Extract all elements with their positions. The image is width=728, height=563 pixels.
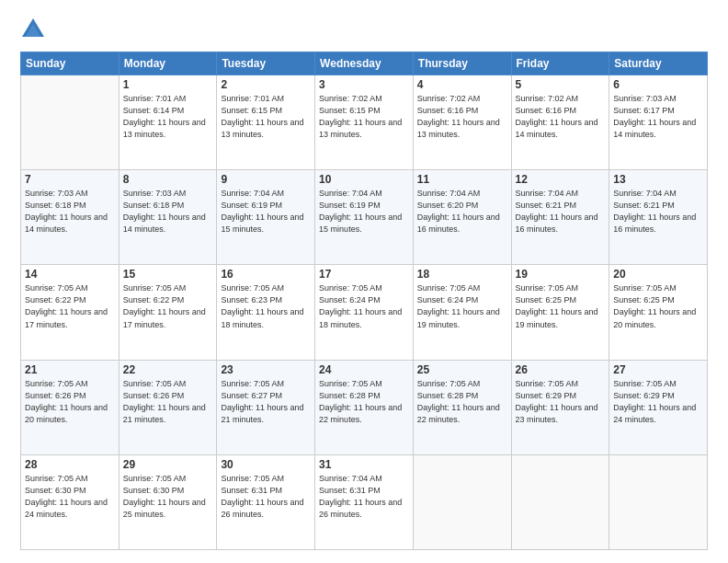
col-header-tuesday: Tuesday (217, 52, 315, 75)
day-info: Sunrise: 7:03 AM Sunset: 6:18 PM Dayligh… (123, 188, 213, 236)
day-number: 26 (516, 363, 606, 376)
day-number: 18 (417, 268, 507, 281)
col-header-saturday: Saturday (609, 52, 708, 75)
day-number: 21 (25, 363, 115, 376)
day-info: Sunrise: 7:04 AM Sunset: 6:20 PM Dayligh… (417, 188, 507, 236)
day-info: Sunrise: 7:03 AM Sunset: 6:17 PM Dayligh… (613, 93, 703, 141)
day-cell (413, 454, 511, 549)
day-info: Sunrise: 7:05 AM Sunset: 6:26 PM Dayligh… (123, 378, 213, 426)
day-number: 11 (417, 173, 507, 186)
day-info: Sunrise: 7:05 AM Sunset: 6:24 PM Dayligh… (319, 282, 409, 330)
day-cell: 13Sunrise: 7:04 AM Sunset: 6:21 PM Dayli… (609, 170, 708, 265)
day-number: 19 (516, 268, 606, 281)
header (20, 17, 708, 42)
day-info: Sunrise: 7:05 AM Sunset: 6:22 PM Dayligh… (25, 282, 115, 330)
day-cell: 8Sunrise: 7:03 AM Sunset: 6:18 PM Daylig… (119, 170, 217, 265)
day-info: Sunrise: 7:05 AM Sunset: 6:28 PM Dayligh… (319, 378, 409, 426)
day-number: 22 (123, 363, 213, 376)
day-number: 5 (516, 78, 606, 91)
col-header-monday: Monday (119, 52, 217, 75)
day-info: Sunrise: 7:02 AM Sunset: 6:16 PM Dayligh… (417, 93, 507, 141)
logo-icon (20, 17, 46, 42)
day-cell: 29Sunrise: 7:05 AM Sunset: 6:30 PM Dayli… (119, 454, 217, 549)
week-row-3: 14Sunrise: 7:05 AM Sunset: 6:22 PM Dayli… (21, 265, 708, 360)
day-info: Sunrise: 7:05 AM Sunset: 6:25 PM Dayligh… (516, 282, 606, 330)
day-number: 3 (319, 78, 409, 91)
week-row-5: 28Sunrise: 7:05 AM Sunset: 6:30 PM Dayli… (21, 454, 708, 549)
day-number: 9 (221, 173, 311, 186)
day-cell: 23Sunrise: 7:05 AM Sunset: 6:27 PM Dayli… (217, 360, 315, 454)
day-info: Sunrise: 7:04 AM Sunset: 6:19 PM Dayligh… (221, 188, 311, 236)
day-number: 25 (417, 363, 507, 376)
day-number: 13 (613, 173, 703, 186)
calendar: SundayMondayTuesdayWednesdayThursdayFrid… (20, 52, 708, 550)
day-number: 4 (417, 78, 507, 91)
day-info: Sunrise: 7:04 AM Sunset: 6:19 PM Dayligh… (319, 188, 409, 236)
week-row-1: 1Sunrise: 7:01 AM Sunset: 6:14 PM Daylig… (21, 75, 708, 170)
day-info: Sunrise: 7:02 AM Sunset: 6:16 PM Dayligh… (516, 93, 606, 141)
day-info: Sunrise: 7:05 AM Sunset: 6:28 PM Dayligh… (417, 378, 507, 426)
day-cell: 6Sunrise: 7:03 AM Sunset: 6:17 PM Daylig… (609, 75, 708, 170)
day-info: Sunrise: 7:05 AM Sunset: 6:30 PM Dayligh… (123, 473, 213, 521)
day-cell: 28Sunrise: 7:05 AM Sunset: 6:30 PM Dayli… (21, 454, 119, 549)
day-cell: 20Sunrise: 7:05 AM Sunset: 6:25 PM Dayli… (609, 265, 708, 360)
day-number: 2 (221, 78, 311, 91)
day-info: Sunrise: 7:04 AM Sunset: 6:21 PM Dayligh… (613, 188, 703, 236)
day-number: 1 (123, 78, 213, 91)
day-cell: 16Sunrise: 7:05 AM Sunset: 6:23 PM Dayli… (217, 265, 315, 360)
day-number: 8 (123, 173, 213, 186)
day-number: 17 (319, 268, 409, 281)
day-info: Sunrise: 7:02 AM Sunset: 6:15 PM Dayligh… (319, 93, 409, 141)
day-cell: 30Sunrise: 7:05 AM Sunset: 6:31 PM Dayli… (217, 454, 315, 549)
day-number: 15 (123, 268, 213, 281)
day-number: 29 (123, 458, 213, 471)
day-cell: 3Sunrise: 7:02 AM Sunset: 6:15 PM Daylig… (315, 75, 414, 170)
day-cell (21, 75, 119, 170)
day-number: 16 (221, 268, 311, 281)
day-cell: 19Sunrise: 7:05 AM Sunset: 6:25 PM Dayli… (511, 265, 609, 360)
day-number: 20 (613, 268, 703, 281)
day-cell: 9Sunrise: 7:04 AM Sunset: 6:19 PM Daylig… (217, 170, 315, 265)
day-cell: 22Sunrise: 7:05 AM Sunset: 6:26 PM Dayli… (119, 360, 217, 454)
week-row-2: 7Sunrise: 7:03 AM Sunset: 6:18 PM Daylig… (21, 170, 708, 265)
day-info: Sunrise: 7:05 AM Sunset: 6:27 PM Dayligh… (221, 378, 311, 426)
col-header-wednesday: Wednesday (315, 52, 414, 75)
day-cell: 27Sunrise: 7:05 AM Sunset: 6:29 PM Dayli… (609, 360, 708, 454)
day-number: 14 (25, 268, 115, 281)
day-cell: 14Sunrise: 7:05 AM Sunset: 6:22 PM Dayli… (21, 265, 119, 360)
day-info: Sunrise: 7:05 AM Sunset: 6:25 PM Dayligh… (613, 282, 703, 330)
col-header-thursday: Thursday (413, 52, 511, 75)
day-number: 7 (25, 173, 115, 186)
day-info: Sunrise: 7:05 AM Sunset: 6:30 PM Dayligh… (25, 473, 115, 521)
day-cell: 1Sunrise: 7:01 AM Sunset: 6:14 PM Daylig… (119, 75, 217, 170)
day-info: Sunrise: 7:01 AM Sunset: 6:15 PM Dayligh… (221, 93, 311, 141)
day-info: Sunrise: 7:05 AM Sunset: 6:29 PM Dayligh… (516, 378, 606, 426)
day-info: Sunrise: 7:05 AM Sunset: 6:23 PM Dayligh… (221, 282, 311, 330)
day-cell: 24Sunrise: 7:05 AM Sunset: 6:28 PM Dayli… (315, 360, 414, 454)
day-cell: 25Sunrise: 7:05 AM Sunset: 6:28 PM Dayli… (413, 360, 511, 454)
day-cell: 12Sunrise: 7:04 AM Sunset: 6:21 PM Dayli… (511, 170, 609, 265)
calendar-header-row: SundayMondayTuesdayWednesdayThursdayFrid… (21, 52, 708, 75)
day-cell: 7Sunrise: 7:03 AM Sunset: 6:18 PM Daylig… (21, 170, 119, 265)
day-number: 27 (613, 363, 703, 376)
day-info: Sunrise: 7:05 AM Sunset: 6:24 PM Dayligh… (417, 282, 507, 330)
day-cell: 21Sunrise: 7:05 AM Sunset: 6:26 PM Dayli… (21, 360, 119, 454)
day-number: 30 (221, 458, 311, 471)
day-cell: 4Sunrise: 7:02 AM Sunset: 6:16 PM Daylig… (413, 75, 511, 170)
day-number: 24 (319, 363, 409, 376)
day-number: 31 (319, 458, 409, 471)
day-number: 28 (25, 458, 115, 471)
day-cell (609, 454, 708, 549)
day-info: Sunrise: 7:01 AM Sunset: 6:14 PM Dayligh… (123, 93, 213, 141)
day-cell: 10Sunrise: 7:04 AM Sunset: 6:19 PM Dayli… (315, 170, 414, 265)
day-cell: 5Sunrise: 7:02 AM Sunset: 6:16 PM Daylig… (511, 75, 609, 170)
col-header-sunday: Sunday (21, 52, 119, 75)
day-info: Sunrise: 7:04 AM Sunset: 6:21 PM Dayligh… (516, 188, 606, 236)
day-cell: 26Sunrise: 7:05 AM Sunset: 6:29 PM Dayli… (511, 360, 609, 454)
day-info: Sunrise: 7:05 AM Sunset: 6:26 PM Dayligh… (25, 378, 115, 426)
day-cell: 11Sunrise: 7:04 AM Sunset: 6:20 PM Dayli… (413, 170, 511, 265)
day-info: Sunrise: 7:05 AM Sunset: 6:31 PM Dayligh… (221, 473, 311, 521)
logo (20, 17, 50, 42)
day-number: 6 (613, 78, 703, 91)
day-cell (511, 454, 609, 549)
